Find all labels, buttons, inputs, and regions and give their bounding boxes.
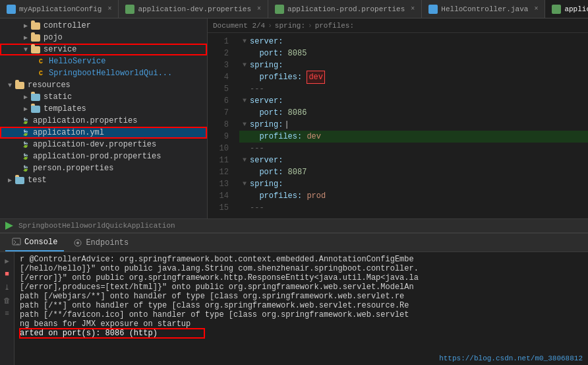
list-item[interactable]: ▼ resources [0, 79, 207, 91]
list-item[interactable]: ▶ pojo [0, 32, 207, 44]
props-file-icon: 🍃 [20, 116, 30, 125]
tab-close-icon[interactable]: × [257, 5, 261, 13]
tab-close-icon[interactable]: × [534, 5, 538, 13]
folder-icon [15, 81, 25, 90]
list-item[interactable]: C HelloService [0, 55, 207, 67]
code-text: server: [250, 154, 283, 166]
folder-icon [30, 104, 41, 114]
console-line: path [/**] onto handler of type [class o… [20, 301, 583, 310]
folder-icon [30, 33, 41, 42]
code-line: ▼ server: [239, 36, 588, 48]
fold-icon[interactable]: ▼ [239, 95, 250, 107]
console-scroll-btn[interactable]: ⤓ [1, 281, 13, 293]
console-line: [/error],produces=[text/html]}" onto pub… [20, 282, 583, 292]
tab-console[interactable]: Console [5, 234, 64, 251]
breadcrumb-sep: › [268, 22, 272, 30]
code-line: profiles: dev [239, 131, 588, 143]
code-text: port: [250, 48, 288, 59]
fold-icon[interactable]: ▼ [239, 59, 250, 71]
file-label: application-prod.properties [33, 152, 161, 161]
main-area: ▶ controller ▶ pojo ▼ service C HelloSer… [0, 18, 588, 218]
props-file-icon: 🍃 [20, 152, 30, 161]
console-clear-btn[interactable]: 🗑 [1, 294, 13, 306]
code-line: port: 8087 [239, 166, 588, 178]
code-text: server: [250, 95, 283, 107]
java-file-icon: C [36, 57, 46, 66]
file-label: resources [28, 81, 71, 90]
java-file-icon: C [36, 69, 46, 78]
fold-icon[interactable]: ▼ [239, 119, 250, 131]
file-label: person.properties [33, 164, 113, 173]
fold-icon[interactable]: ▼ [239, 154, 250, 166]
list-item[interactable]: 🍃 application-prod.properties [0, 150, 207, 162]
code-line: ▼ spring: [239, 178, 588, 190]
arrow-icon: ▶ [21, 93, 30, 101]
props-file-icon: 🍃 [20, 140, 30, 149]
code-text: spring: [250, 178, 283, 190]
console-line-highlighted: arted on port(s): 8086 (http) [20, 329, 204, 338]
file-label: templates [44, 104, 86, 114]
code-val: dev [307, 131, 321, 143]
list-item[interactable]: ▶ static [0, 91, 207, 103]
breadcrumb-doc: Document 2/4 [213, 22, 265, 30]
list-item[interactable]: ▶ test [0, 174, 207, 186]
breadcrumb-sep2: › [308, 22, 312, 30]
tab-close-icon[interactable]: × [411, 5, 415, 13]
console-line: [/error]}" onto public org.springframewo… [20, 273, 583, 282]
tab-label: Endpoints [86, 238, 129, 248]
folder-icon [30, 21, 41, 30]
tab-dev-props[interactable]: application-dev.properties × [119, 0, 268, 18]
code-line: profiles: dev [239, 71, 588, 83]
list-item[interactable]: ▼ service [0, 44, 207, 55]
java-icon [428, 5, 438, 14]
console-output: r @ControllerAdvice: org.springframework… [15, 252, 588, 365]
tab-hello-controller[interactable]: HelloController.java × [422, 0, 545, 18]
fold-icon[interactable]: ▼ [239, 36, 250, 48]
code-line: profiles: prod [239, 190, 588, 202]
list-item[interactable]: ▶ controller [0, 20, 207, 32]
list-item[interactable]: ▶ templates [0, 103, 207, 115]
tab-label: application-prod.properties [287, 5, 405, 13]
tab-prod-props[interactable]: application-prod.properties × [268, 0, 422, 18]
tab-myappconfig[interactable]: myApplicationConfig × [0, 0, 119, 18]
code-line: ▼ spring: [239, 59, 588, 71]
run-icon [5, 222, 13, 230]
breadcrumb-spring: spring: [275, 22, 305, 30]
code-line: ▼ server: [239, 154, 588, 166]
console-line: path [/webjars/**] onto handler of type … [20, 292, 583, 301]
yml-icon [552, 5, 561, 14]
code-text: profiles: [250, 71, 307, 83]
props-icon [275, 5, 284, 14]
tab-close-icon[interactable]: × [107, 5, 111, 13]
file-label: pojo [44, 33, 63, 42]
tab-application-yml[interactable]: applicatio... [545, 0, 588, 18]
code-editor[interactable]: 12345 678910 1112131415 ▼ server: port: … [208, 33, 588, 218]
console-fold-btn[interactable]: ≡ [1, 308, 13, 319]
console-stop-btn[interactable]: ■ [1, 268, 13, 280]
file-label: service [44, 45, 76, 54]
code-text: profiles: [250, 190, 307, 202]
file-label: application-dev.properties [33, 140, 156, 149]
list-item[interactable]: 🍃 person.properties [0, 162, 207, 174]
list-item[interactable]: 🍃 application-dev.properties [0, 139, 207, 150]
fold-icon[interactable]: ▼ [239, 178, 250, 190]
list-item[interactable]: 🍃 application.yml [0, 127, 207, 139]
console-area: ▶ ■ ⤓ 🗑 ≡ r @ControllerAdvice: org.sprin… [0, 252, 588, 365]
code-line: --- [239, 202, 588, 214]
status-url[interactable]: https://blog.csdn.net/m0_38068812 [439, 354, 583, 362]
console-rerun-btn[interactable]: ▶ [1, 255, 13, 267]
code-text: server: [250, 36, 283, 48]
arrow-icon: ▼ [5, 82, 15, 89]
tab-label: applicatio... [564, 5, 588, 13]
tab-endpoints[interactable]: Endpoints [67, 234, 135, 251]
tab-label: application-dev.properties [138, 5, 251, 13]
run-bar: SpringbootHelloworldQuickApplication [0, 218, 588, 233]
panel-tab-bar: Console Endpoints [0, 234, 588, 252]
breadcrumb-profiles: profiles: [315, 22, 354, 30]
list-item[interactable]: 🍃 application.properties [0, 115, 207, 127]
props-file-icon: 🍃 [20, 164, 30, 173]
code-text: spring: [250, 119, 283, 131]
list-item[interactable]: C SpringbootHelloworldQui... [0, 67, 207, 79]
props-icon [125, 5, 134, 14]
console-line: ng beans for JMX exposure on startup [20, 319, 583, 329]
